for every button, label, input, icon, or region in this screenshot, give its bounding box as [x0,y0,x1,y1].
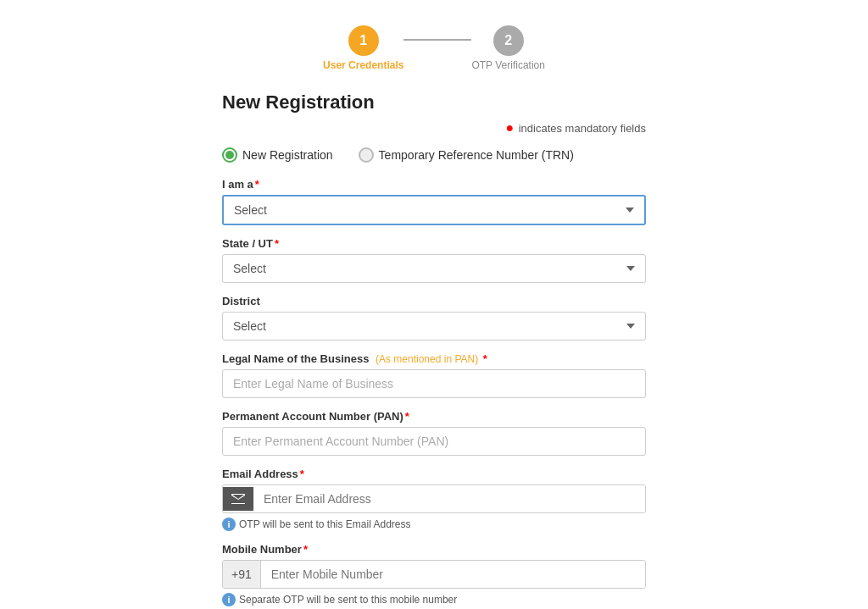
mobile-info-icon: i [222,593,236,606]
radio-new-registration[interactable]: New Registration [222,147,333,163]
email-input-wrapper [222,484,646,513]
step-connector [403,39,471,41]
i-am-a-label: I am a* [222,178,646,191]
district-label: District [222,295,646,307]
state-ut-field: State / UT* Select [222,237,646,283]
radio-new-reg-indicator [222,147,237,163]
page-title: New Registration [222,91,646,113]
email-label: Email Address* [222,468,646,480]
mobile-input[interactable] [261,561,645,588]
step-2-label: OTP Verification [471,59,544,71]
step-1: 1 User Credentials [323,25,403,71]
stepper: 1 User Credentials 2 OTP Verification [323,25,545,71]
mobile-required: * [303,543,308,556]
pan-input[interactable] [222,427,646,456]
email-info-icon: i [222,518,236,531]
mobile-field: Mobile Number* +91 i Separate OTP will b… [222,543,646,606]
legal-name-field: Legal Name of the Business (As mentioned… [222,352,646,398]
step-2: 2 OTP Verification [471,25,544,71]
radio-group: New Registration Temporary Reference Num… [222,147,646,163]
radio-trn[interactable]: Temporary Reference Number (TRN) [359,147,574,163]
mobile-prefix: +91 [223,561,261,588]
pan-label: Permanent Account Number (PAN)* [222,410,646,423]
email-icon [223,487,253,511]
form-container: New Registration ● indicates mandatory f… [214,91,654,609]
email-input[interactable] [253,485,645,512]
legal-name-label: Legal Name of the Business (As mentioned… [222,352,646,365]
red-dot: ● [505,120,514,135]
page-wrapper: 1 User Credentials 2 OTP Verification Ne… [0,0,868,609]
state-ut-required: * [275,237,279,250]
radio-trn-indicator [359,147,374,163]
email-field: Email Address* i OTP will be sent to thi… [222,468,646,531]
step-1-circle: 1 [348,25,379,56]
mobile-input-wrapper: +91 [222,560,646,589]
step-2-circle: 2 [493,25,524,56]
mobile-label: Mobile Number* [222,543,646,556]
pan-required: * [405,410,409,423]
legal-name-input[interactable] [222,369,646,398]
legal-name-sub-label: (As mentioned in PAN) [376,353,478,365]
i-am-a-field: I am a* Select [222,178,646,225]
step-1-label: User Credentials [323,59,403,71]
email-required: * [300,468,304,480]
district-field: District Select [222,295,646,340]
legal-name-required: * [483,352,487,365]
pan-field: Permanent Account Number (PAN)* [222,410,646,456]
state-ut-select[interactable]: Select [222,254,646,283]
district-select[interactable]: Select [222,312,646,340]
mandatory-note: ● indicates mandatory fields [222,120,646,136]
email-info: i OTP will be sent to this Email Address [222,518,646,531]
i-am-a-select[interactable]: Select [222,195,646,225]
mobile-info: i Separate OTP will be sent to this mobi… [222,593,646,606]
i-am-a-required: * [255,178,259,191]
state-ut-label: State / UT* [222,237,646,250]
